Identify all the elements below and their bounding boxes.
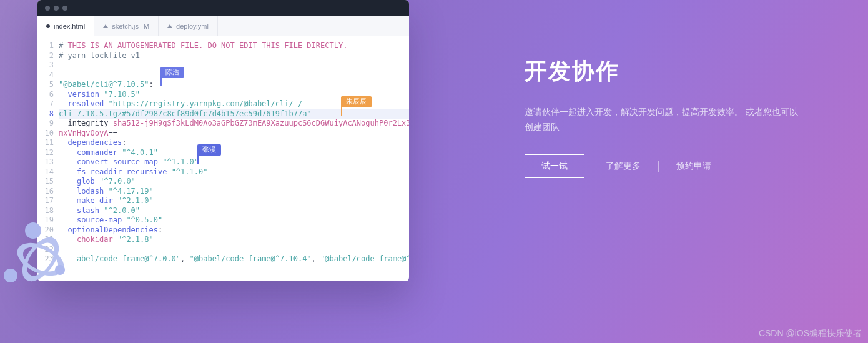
code-line: slash "^2.0.0" bbox=[59, 206, 409, 216]
tab-deploy-yml[interactable]: deploy.yml bbox=[159, 16, 218, 36]
collaborator-cursor bbox=[341, 106, 342, 116]
hero-panel: 开发协作 邀请伙伴一起进入开发，解决开发问题，提高开发效率。 或者您也可以创建团… bbox=[525, 56, 799, 178]
apply-link[interactable]: 预约申请 bbox=[658, 161, 711, 172]
triangle-icon bbox=[167, 24, 172, 28]
tab-index-html[interactable]: index.html bbox=[37, 16, 94, 36]
code-line: cli-7.10.5.tgz#57df2987c8cf89d0fc7d4b157… bbox=[59, 109, 409, 119]
code-line bbox=[59, 245, 409, 255]
code-line: glob "^7.0.0" bbox=[59, 177, 409, 187]
code-line: optionalDependencies: bbox=[59, 226, 409, 236]
collaborator-tag: 陈浩 bbox=[160, 67, 184, 78]
code-line: source-map "^0.5.0" bbox=[59, 216, 409, 226]
code-line bbox=[59, 71, 409, 81]
hero-title: 开发协作 bbox=[525, 56, 799, 87]
code-line: fs-readdir-recursive "^1.1.0" bbox=[59, 167, 409, 177]
window-titlebar bbox=[37, 0, 409, 16]
collaborator-tag: 张漫 bbox=[197, 144, 221, 156]
code-line: abel/code-frame@^7.0.0", "@babel/code-fr… bbox=[59, 254, 409, 264]
code-line: make-dir "^2.1.0" bbox=[59, 196, 409, 206]
triangle-icon bbox=[103, 24, 108, 28]
tab-label: index.html bbox=[54, 22, 85, 30]
code-line: # yarn lockfile v1 bbox=[59, 51, 409, 61]
tab-label: deploy.yml bbox=[176, 22, 209, 30]
watermark: CSDN @iOS编程快乐使者 bbox=[759, 328, 862, 339]
traffic-light-zoom[interactable] bbox=[62, 6, 67, 11]
tab-label: sketch.js bbox=[112, 22, 139, 30]
code-line: # THIS IS AN AUTOGENERATED FILE. DO NOT … bbox=[59, 41, 409, 51]
code-area: 1234567891011121314151617181920212223 # … bbox=[37, 36, 409, 264]
code-line: convert-source-map "^1.1.0" bbox=[59, 157, 409, 167]
collaborator-cursor bbox=[160, 77, 162, 86]
code-editor-window: index.htmlsketch.jsMdeploy.yml 123456789… bbox=[37, 0, 409, 281]
hero-description: 邀请伙伴一起进入开发，解决开发问题，提高开发效率。 或者您也可以创建团队 bbox=[525, 104, 799, 134]
code-line: chokidar "^2.1.8" bbox=[59, 235, 409, 245]
code-line bbox=[59, 61, 409, 71]
try-button[interactable]: 试一试 bbox=[525, 154, 584, 178]
code-line: integrity sha512-j9H9qSf3kLdM0Ao3aGPbGZ7… bbox=[59, 119, 409, 129]
traffic-light-close[interactable] bbox=[45, 6, 50, 11]
code-line: dependencies: bbox=[59, 138, 409, 148]
hero-actions: 试一试 了解更多 预约申请 bbox=[525, 154, 799, 178]
editor-tabs: index.htmlsketch.jsMdeploy.yml bbox=[37, 16, 409, 36]
tab-sketch-js[interactable]: sketch.jsM bbox=[94, 16, 159, 36]
atom-decoration bbox=[6, 225, 75, 294]
code-line: "@babel/cli@^7.10.5": bbox=[59, 80, 409, 90]
code-line: mxVnHgvOoyA== bbox=[59, 129, 409, 139]
learn-more-link[interactable]: 了解更多 bbox=[606, 161, 641, 172]
modified-indicator: M bbox=[144, 22, 149, 30]
collaborator-tag: 朱辰辰 bbox=[341, 96, 372, 107]
code-content[interactable]: # THIS IS AN AUTOGENERATED FILE. DO NOT … bbox=[59, 41, 409, 264]
collaborator-cursor bbox=[197, 154, 199, 164]
dot-icon bbox=[46, 24, 50, 28]
traffic-light-minimize[interactable] bbox=[54, 6, 59, 11]
code-line: lodash "^4.17.19" bbox=[59, 187, 409, 197]
code-line: commander "^4.0.1" bbox=[59, 148, 409, 158]
